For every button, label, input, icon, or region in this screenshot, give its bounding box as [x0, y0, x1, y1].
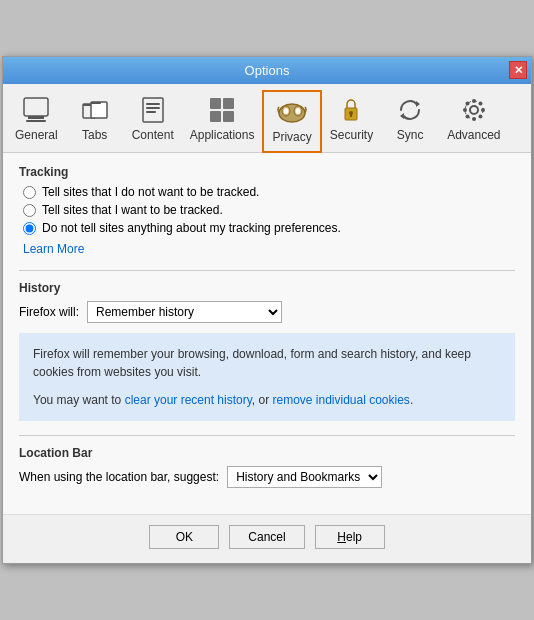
svg-rect-2: [26, 120, 46, 122]
tab-security[interactable]: Security: [322, 90, 381, 152]
cancel-button[interactable]: Cancel: [229, 525, 304, 549]
svg-rect-13: [210, 111, 221, 122]
learn-more-container: Learn More: [23, 241, 515, 256]
tab-content[interactable]: Content: [124, 90, 182, 152]
location-bar-label: When using the location bar, suggest:: [19, 470, 219, 484]
divider-2: [19, 435, 515, 436]
security-icon: [335, 94, 367, 126]
svg-point-19: [296, 108, 301, 114]
title-bar: Options ✕: [3, 57, 531, 84]
advanced-icon: [458, 94, 490, 126]
svg-point-34: [478, 102, 482, 106]
tracking-label-2: Tell sites that I want to be tracked.: [42, 203, 223, 217]
tracking-section: Tracking Tell sites that I do not want t…: [19, 165, 515, 256]
svg-point-27: [472, 99, 476, 103]
tracking-option-1[interactable]: Tell sites that I do not want to be trac…: [23, 185, 515, 199]
tab-security-label: Security: [330, 128, 373, 142]
svg-rect-0: [24, 98, 48, 116]
tracking-label-1: Tell sites that I do not want to be trac…: [42, 185, 259, 199]
main-content: Tracking Tell sites that I do not want t…: [3, 153, 531, 514]
tab-advanced-label: Advanced: [447, 128, 500, 142]
svg-point-33: [465, 115, 469, 119]
history-row: Firefox will: Remember history Never rem…: [19, 301, 515, 323]
location-bar-row: When using the location bar, suggest: Hi…: [19, 466, 515, 488]
general-icon: [20, 94, 52, 126]
tab-general-label: General: [15, 128, 58, 142]
tracking-title: Tracking: [19, 165, 515, 179]
window-title: Options: [245, 63, 290, 78]
tracking-option-3[interactable]: Do not tell sites anything about my trac…: [23, 221, 515, 235]
location-bar-dropdown[interactable]: History and Bookmarks History Bookmarks …: [227, 466, 382, 488]
history-info-text: Firefox will remember your browsing, dow…: [33, 345, 501, 381]
sync-icon: [394, 94, 426, 126]
svg-rect-7: [143, 98, 163, 122]
tracking-radio-1[interactable]: [23, 186, 36, 199]
history-title: History: [19, 281, 515, 295]
history-dropdown[interactable]: Remember history Never remember history …: [87, 301, 282, 323]
tab-tabs-label: Tabs: [82, 128, 107, 142]
tab-privacy[interactable]: Privacy: [262, 90, 321, 153]
applications-icon: [206, 94, 238, 126]
svg-rect-11: [210, 98, 221, 109]
svg-rect-22: [350, 114, 352, 117]
location-bar-section: Location Bar When using the location bar…: [19, 446, 515, 488]
svg-point-31: [465, 102, 469, 106]
svg-point-18: [284, 108, 289, 114]
toolbar: General Tabs: [3, 84, 531, 153]
svg-rect-9: [146, 107, 160, 109]
clear-history-link[interactable]: clear your recent history: [125, 393, 252, 407]
svg-rect-1: [28, 116, 44, 119]
ok-button[interactable]: OK: [149, 525, 219, 549]
close-button[interactable]: ✕: [509, 61, 527, 79]
history-section: History Firefox will: Remember history N…: [19, 281, 515, 421]
svg-rect-12: [223, 98, 234, 109]
tab-advanced[interactable]: Advanced: [439, 90, 508, 152]
firefox-will-label: Firefox will:: [19, 305, 79, 319]
tab-privacy-label: Privacy: [272, 130, 311, 144]
tracking-options: Tell sites that I do not want to be trac…: [23, 185, 515, 235]
svg-point-29: [463, 108, 467, 112]
svg-rect-5: [91, 102, 107, 118]
content-icon: [137, 94, 169, 126]
location-bar-title: Location Bar: [19, 446, 515, 460]
privacy-icon: [276, 96, 308, 128]
tab-content-label: Content: [132, 128, 174, 142]
options-window: Options ✕ General: [2, 56, 532, 564]
tab-applications[interactable]: Applications: [182, 90, 263, 152]
svg-rect-14: [223, 111, 234, 122]
tab-sync-label: Sync: [397, 128, 424, 142]
tracking-radio-3[interactable]: [23, 222, 36, 235]
history-info-line2: You may want to clear your recent histor…: [33, 391, 501, 409]
svg-rect-8: [146, 103, 160, 105]
history-info-box: Firefox will remember your browsing, dow…: [19, 333, 515, 421]
svg-rect-10: [146, 111, 156, 113]
learn-more-link[interactable]: Learn More: [23, 242, 84, 256]
tracking-label-3: Do not tell sites anything about my trac…: [42, 221, 341, 235]
svg-point-28: [472, 117, 476, 121]
tab-general[interactable]: General: [7, 90, 66, 152]
divider-1: [19, 270, 515, 271]
svg-point-25: [470, 106, 478, 114]
tabs-icon: [79, 94, 111, 126]
tracking-radio-2[interactable]: [23, 204, 36, 217]
svg-point-32: [478, 115, 482, 119]
svg-rect-6: [91, 102, 101, 104]
remove-cookies-link[interactable]: remove individual cookies: [272, 393, 409, 407]
tab-tabs[interactable]: Tabs: [66, 90, 124, 152]
tab-sync[interactable]: Sync: [381, 90, 439, 152]
button-row: OK Cancel Help: [3, 514, 531, 563]
svg-marker-24: [400, 113, 404, 119]
help-button[interactable]: Help: [315, 525, 385, 549]
tab-applications-label: Applications: [190, 128, 255, 142]
tracking-option-2[interactable]: Tell sites that I want to be tracked.: [23, 203, 515, 217]
svg-marker-23: [416, 101, 420, 107]
svg-point-30: [481, 108, 485, 112]
